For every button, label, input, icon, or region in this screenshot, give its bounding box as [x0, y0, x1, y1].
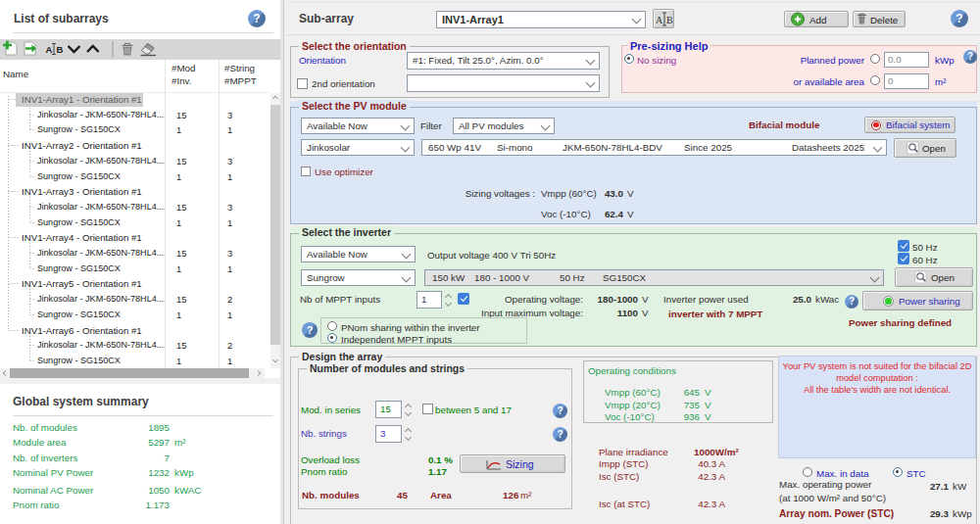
svg-text:Open: Open	[931, 272, 955, 283]
svg-text:Delete: Delete	[870, 15, 899, 25]
svg-text:A: A	[656, 15, 663, 25]
svg-text:B: B	[666, 15, 673, 25]
svg-text:Open: Open	[922, 143, 946, 154]
svg-text:Add: Add	[809, 15, 826, 25]
svg-text:Sizing: Sizing	[506, 458, 534, 470]
